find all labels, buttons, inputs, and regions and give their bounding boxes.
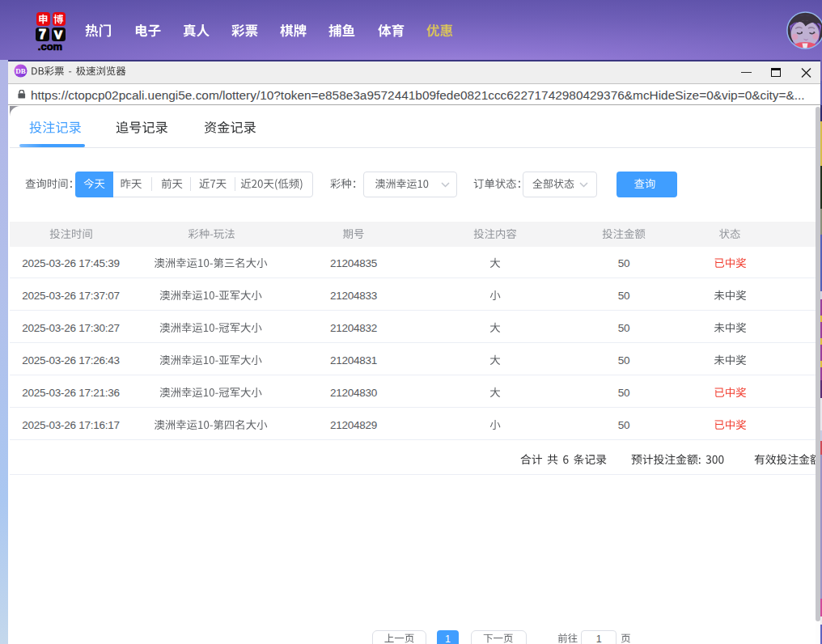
svg-text:DB: DB xyxy=(15,67,26,75)
